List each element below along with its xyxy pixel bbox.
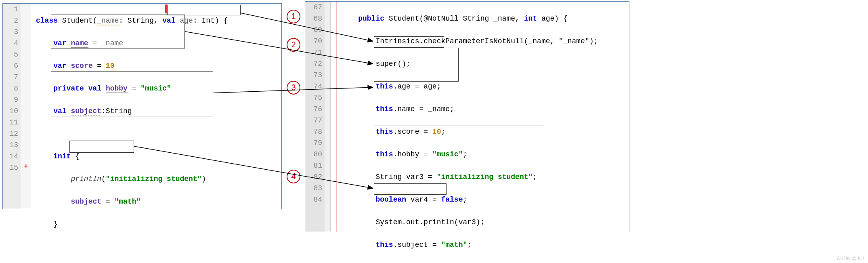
text: (	[101, 175, 106, 183]
kw-this: this	[375, 105, 393, 113]
kw-private: private	[53, 84, 84, 93]
line-number: 76	[305, 103, 322, 115]
line-number: 77	[305, 115, 322, 126]
line-number: 71	[305, 47, 322, 58]
line-number: 79	[305, 137, 322, 149]
line-number: 67	[305, 2, 322, 13]
text: var4 =	[406, 196, 441, 204]
param-name: _name	[97, 17, 119, 25]
fn-println: println	[71, 175, 101, 183]
right-margin	[330, 2, 337, 232]
text	[84, 84, 88, 93]
id-hobby: hobby	[106, 84, 128, 93]
kw-false: false	[441, 196, 463, 204]
annotation-1: 1	[287, 10, 300, 23]
annotation-2: 2	[287, 38, 300, 52]
text: super();	[375, 60, 410, 68]
line-number: 78	[305, 126, 322, 137]
kw-this: this	[375, 128, 393, 136]
text: Intrinsics.checkParameterIsNotNull(_name…	[375, 37, 598, 45]
annotation-3: 3	[287, 81, 300, 95]
line-number: 80	[305, 149, 322, 160]
num: 10	[432, 128, 441, 136]
id-subject: subject	[71, 198, 101, 206]
id-subject: subject	[71, 107, 101, 116]
kw-boolean: boolean	[375, 196, 406, 204]
text: ;	[463, 150, 467, 158]
str: "initializing student"	[106, 175, 202, 183]
text: ;	[467, 241, 472, 249]
line-number: 83	[305, 183, 322, 194]
text	[176, 17, 180, 25]
str: "math"	[114, 198, 140, 206]
text: {	[71, 152, 80, 160]
caret-indicator	[165, 4, 168, 13]
brace: }	[53, 220, 58, 228]
line-number: 2	[3, 15, 18, 26]
kotlin-editor-pane[interactable]: 1 2 3 4 5 6 7 8 9 10 11 12 13 14 15 clas…	[2, 3, 282, 209]
line-number: 75	[305, 92, 322, 103]
line-number: 10	[3, 105, 18, 117]
line-number: 14	[3, 151, 18, 162]
text: .age = age;	[393, 82, 441, 90]
kw-val: val	[162, 17, 175, 25]
text	[58, 17, 62, 25]
kw-val: val	[88, 84, 101, 93]
line-number: 8	[3, 83, 18, 94]
line-number: 69	[305, 24, 322, 36]
line-number: 84	[305, 194, 322, 205]
line-number: 5	[3, 49, 18, 60]
kw-this: this	[375, 241, 393, 249]
text: =	[88, 39, 101, 47]
left-fold-column[interactable]	[21, 4, 31, 209]
text: :String	[101, 107, 132, 115]
str: "math"	[441, 241, 467, 249]
kw-this: this	[375, 82, 393, 90]
left-gutter: 1 2 3 4 5 6 7 8 9 10 11 12 13 14 15	[3, 4, 21, 209]
text: .hobby =	[393, 150, 432, 158]
line-number: 12	[3, 128, 18, 139]
param-age: age	[180, 17, 193, 25]
java-code[interactable]: public Student(@NotNull String _name, in…	[341, 2, 598, 263]
line-number: 72	[305, 58, 322, 69]
num: 10	[106, 62, 115, 70]
line-number: 70	[305, 36, 322, 47]
text: =	[128, 84, 140, 93]
kw-val: val	[53, 107, 66, 115]
str: "initializing student"	[437, 173, 533, 181]
text: System.out.println(var3);	[375, 218, 484, 226]
kw-var: var	[53, 62, 66, 70]
kw-public: public	[358, 15, 384, 23]
java-editor-pane[interactable]: 67 68 69 70 71 72 73 74 75 76 77 78 79 8…	[305, 1, 629, 232]
text	[101, 84, 106, 93]
right-fold-column[interactable]	[325, 2, 330, 232]
text	[67, 107, 71, 115]
diff-plus-marker: +	[24, 162, 28, 170]
kotlin-code[interactable]: class Student(_name: String, val age: In…	[36, 4, 263, 263]
text: ;	[533, 173, 537, 181]
kw-int: int	[524, 15, 537, 23]
line-number: 81	[305, 160, 322, 171]
text: ;	[463, 196, 467, 204]
text: : Int) {	[193, 17, 228, 25]
text: String var3 =	[375, 173, 436, 181]
text: Student(@NotNull String _name,	[389, 15, 524, 23]
text	[67, 39, 71, 47]
text: age) {	[537, 15, 568, 23]
str: "music"	[432, 150, 463, 158]
line-number: 82	[305, 171, 322, 183]
line-number: 1	[3, 4, 18, 15]
text: =	[92, 62, 105, 70]
line-number: 73	[305, 69, 322, 81]
line-number: 74	[305, 81, 322, 92]
line-number: 6	[3, 60, 18, 72]
kw-class: class	[36, 17, 58, 25]
id-name: name	[71, 39, 88, 48]
line-number: 4	[3, 38, 18, 49]
str: "music"	[140, 84, 171, 93]
annotation-4: 4	[287, 170, 300, 183]
line-number: 7	[3, 72, 18, 83]
line-number: 3	[3, 26, 18, 38]
text: =	[101, 198, 114, 206]
text: .subject =	[393, 241, 441, 249]
